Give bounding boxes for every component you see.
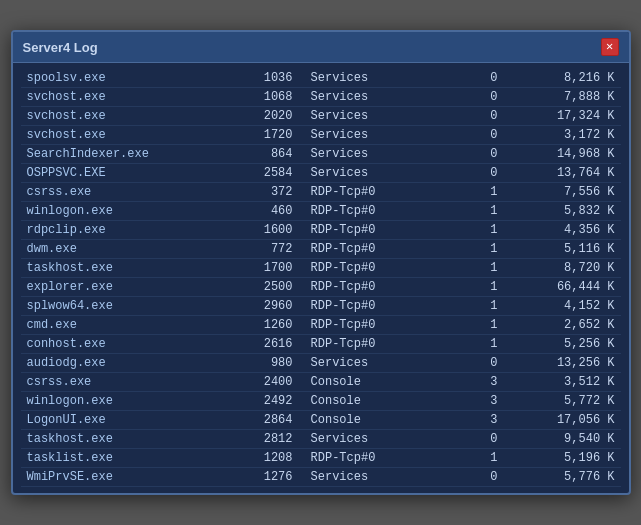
- cell-3: 1: [445, 316, 504, 335]
- cell-4: 5,772 K: [503, 392, 620, 411]
- cell-2: RDP-Tcp#0: [299, 221, 445, 240]
- cell-2: RDP-Tcp#0: [299, 259, 445, 278]
- cell-3: 1: [445, 297, 504, 316]
- cell-1: 2020: [225, 107, 298, 126]
- cell-1: 460: [225, 202, 298, 221]
- table-row: audiodg.exe980Services013,256 K: [21, 354, 621, 373]
- cell-4: 4,152 K: [503, 297, 620, 316]
- cell-1: 2400: [225, 373, 298, 392]
- cell-0: cmd.exe: [21, 316, 226, 335]
- table-row: OSPPSVC.EXE2584Services013,764 K: [21, 164, 621, 183]
- cell-1: 2492: [225, 392, 298, 411]
- cell-2: Console: [299, 392, 445, 411]
- cell-4: 3,512 K: [503, 373, 620, 392]
- cell-3: 0: [445, 164, 504, 183]
- cell-0: csrss.exe: [21, 373, 226, 392]
- cell-0: WmiPrvSE.exe: [21, 468, 226, 487]
- title-bar: Server4 Log ✕: [13, 32, 629, 63]
- cell-4: 17,324 K: [503, 107, 620, 126]
- cell-3: 3: [445, 392, 504, 411]
- cell-0: LogonUI.exe: [21, 411, 226, 430]
- cell-0: winlogon.exe: [21, 202, 226, 221]
- cell-1: 2812: [225, 430, 298, 449]
- cell-1: 2500: [225, 278, 298, 297]
- cell-3: 0: [445, 354, 504, 373]
- cell-3: 1: [445, 202, 504, 221]
- window-title: Server4 Log: [23, 40, 98, 55]
- table-row: svchost.exe1720Services03,172 K: [21, 126, 621, 145]
- close-button[interactable]: ✕: [601, 38, 619, 56]
- cell-0: svchost.exe: [21, 107, 226, 126]
- cell-4: 8,720 K: [503, 259, 620, 278]
- cell-2: Services: [299, 354, 445, 373]
- cell-3: 1: [445, 449, 504, 468]
- table-row: rdpclip.exe1600RDP-Tcp#014,356 K: [21, 221, 621, 240]
- cell-2: Services: [299, 126, 445, 145]
- cell-0: svchost.exe: [21, 126, 226, 145]
- cell-0: SearchIndexer.exe: [21, 145, 226, 164]
- cell-0: taskhost.exe: [21, 259, 226, 278]
- cell-0: rdpclip.exe: [21, 221, 226, 240]
- cell-3: 1: [445, 221, 504, 240]
- cell-1: 1208: [225, 449, 298, 468]
- cell-4: 7,888 K: [503, 88, 620, 107]
- cell-3: 1: [445, 183, 504, 202]
- cell-4: 17,056 K: [503, 411, 620, 430]
- cell-1: 2864: [225, 411, 298, 430]
- cell-0: taskhost.exe: [21, 430, 226, 449]
- table-row: svchost.exe2020Services017,324 K: [21, 107, 621, 126]
- cell-4: 3,172 K: [503, 126, 620, 145]
- cell-2: Services: [299, 430, 445, 449]
- table-row: winlogon.exe2492Console35,772 K: [21, 392, 621, 411]
- cell-0: splwow64.exe: [21, 297, 226, 316]
- cell-0: spoolsv.exe: [21, 69, 226, 88]
- cell-0: svchost.exe: [21, 88, 226, 107]
- cell-3: 1: [445, 259, 504, 278]
- cell-2: RDP-Tcp#0: [299, 183, 445, 202]
- cell-1: 372: [225, 183, 298, 202]
- cell-3: 0: [445, 126, 504, 145]
- table-row: tasklist.exe1208RDP-Tcp#015,196 K: [21, 449, 621, 468]
- table-row: conhost.exe2616RDP-Tcp#015,256 K: [21, 335, 621, 354]
- cell-2: RDP-Tcp#0: [299, 278, 445, 297]
- cell-0: conhost.exe: [21, 335, 226, 354]
- cell-4: 8,216 K: [503, 69, 620, 88]
- cell-1: 772: [225, 240, 298, 259]
- cell-2: Services: [299, 145, 445, 164]
- cell-4: 66,444 K: [503, 278, 620, 297]
- cell-4: 5,776 K: [503, 468, 620, 487]
- table-row: csrss.exe372RDP-Tcp#017,556 K: [21, 183, 621, 202]
- table-row: svchost.exe1068Services07,888 K: [21, 88, 621, 107]
- table-row: LogonUI.exe2864Console317,056 K: [21, 411, 621, 430]
- table-row: csrss.exe2400Console33,512 K: [21, 373, 621, 392]
- table-row: WmiPrvSE.exe1276Services05,776 K: [21, 468, 621, 487]
- cell-2: RDP-Tcp#0: [299, 240, 445, 259]
- cell-3: 0: [445, 107, 504, 126]
- server4-log-window: Server4 Log ✕ spoolsv.exe1036Services08,…: [11, 30, 631, 495]
- cell-3: 3: [445, 373, 504, 392]
- cell-2: RDP-Tcp#0: [299, 316, 445, 335]
- cell-4: 13,256 K: [503, 354, 620, 373]
- cell-4: 7,556 K: [503, 183, 620, 202]
- cell-1: 1600: [225, 221, 298, 240]
- cell-1: 2960: [225, 297, 298, 316]
- cell-2: Services: [299, 164, 445, 183]
- cell-2: Console: [299, 373, 445, 392]
- cell-3: 0: [445, 468, 504, 487]
- cell-1: 1068: [225, 88, 298, 107]
- cell-2: RDP-Tcp#0: [299, 335, 445, 354]
- cell-3: 1: [445, 335, 504, 354]
- cell-0: csrss.exe: [21, 183, 226, 202]
- table-row: spoolsv.exe1036Services08,216 K: [21, 69, 621, 88]
- cell-1: 980: [225, 354, 298, 373]
- cell-2: Console: [299, 411, 445, 430]
- cell-1: 1260: [225, 316, 298, 335]
- table-row: splwow64.exe2960RDP-Tcp#014,152 K: [21, 297, 621, 316]
- cell-4: 5,116 K: [503, 240, 620, 259]
- cell-4: 9,540 K: [503, 430, 620, 449]
- cell-3: 3: [445, 411, 504, 430]
- cell-2: RDP-Tcp#0: [299, 449, 445, 468]
- cell-3: 1: [445, 278, 504, 297]
- cell-2: Services: [299, 69, 445, 88]
- cell-3: 0: [445, 145, 504, 164]
